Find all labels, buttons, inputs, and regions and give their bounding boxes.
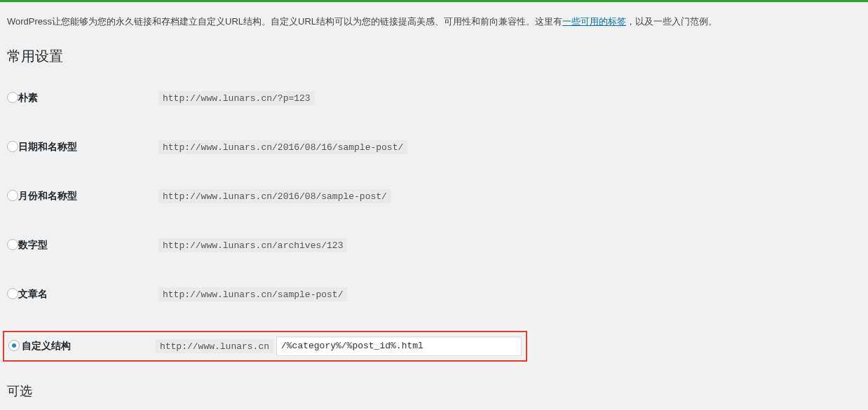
radio-postname[interactable] bbox=[7, 288, 18, 299]
label-plain[interactable]: 朴素 bbox=[18, 92, 158, 104]
option-postname: 文章名 http://www.lunars.cn/sample-post/ bbox=[7, 282, 855, 307]
custom-base-url: http://www.lunars.cn bbox=[156, 339, 273, 353]
option-numeric: 数字型 http://www.lunars.cn/archives/123 bbox=[7, 233, 855, 258]
example-month-name: http://www.lunars.cn/2016/08/sample-post… bbox=[158, 189, 391, 203]
intro-paragraph: WordPress让您能够为您的永久链接和存档建立自定义URL结构。自定义URL… bbox=[7, 15, 855, 29]
label-custom[interactable]: 自定义结构 bbox=[22, 340, 156, 353]
example-day-name: http://www.lunars.cn/2016/08/16/sample-p… bbox=[158, 140, 407, 154]
label-month-name[interactable]: 月份和名称型 bbox=[18, 190, 158, 203]
label-postname[interactable]: 文章名 bbox=[18, 288, 158, 301]
option-plain: 朴素 http://www.lunars.cn/?p=123 bbox=[7, 86, 855, 111]
permalink-settings-page: WordPress让您能够为您的永久链接和存档建立自定义URL结构。自定义URL… bbox=[0, 15, 868, 410]
radio-day-name[interactable] bbox=[7, 141, 18, 152]
option-day-name: 日期和名称型 http://www.lunars.cn/2016/08/16/s… bbox=[7, 135, 855, 160]
custom-structure-input[interactable] bbox=[276, 336, 522, 356]
tags-link[interactable]: 一些可用的标签 bbox=[562, 16, 626, 27]
label-day-name[interactable]: 日期和名称型 bbox=[18, 141, 158, 153]
success-bar bbox=[0, 0, 868, 2]
example-plain: http://www.lunars.cn/?p=123 bbox=[158, 91, 315, 105]
label-numeric[interactable]: 数字型 bbox=[18, 239, 158, 252]
common-settings-heading: 常用设置 bbox=[7, 47, 855, 66]
intro-text-1: WordPress让您能够为您的永久链接和存档建立自定义URL结构。自定义URL… bbox=[7, 16, 562, 27]
radio-month-name[interactable] bbox=[7, 190, 18, 201]
optional-heading: 可选 bbox=[7, 383, 855, 399]
radio-plain[interactable] bbox=[7, 92, 18, 103]
example-postname: http://www.lunars.cn/sample-post/ bbox=[158, 287, 347, 301]
radio-custom[interactable] bbox=[8, 340, 20, 351]
option-custom-structure: 自定义结构 http://www.lunars.cn bbox=[3, 331, 527, 362]
intro-text-2: ，以及一些入门范例。 bbox=[626, 16, 717, 27]
example-numeric: http://www.lunars.cn/archives/123 bbox=[158, 238, 347, 252]
option-month-name: 月份和名称型 http://www.lunars.cn/2016/08/samp… bbox=[7, 184, 855, 209]
radio-numeric[interactable] bbox=[7, 239, 18, 250]
